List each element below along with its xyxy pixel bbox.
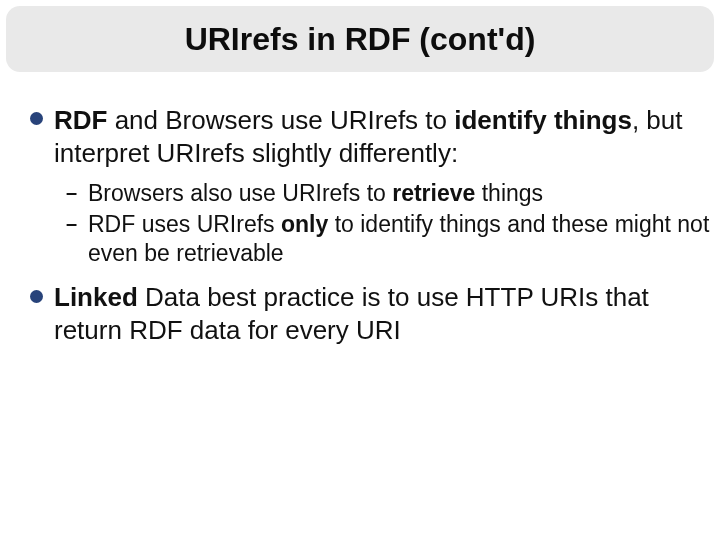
dash-icon: –	[66, 179, 88, 206]
sub-bullet-1-text: Browsers also use URIrefs to retrieve th…	[88, 179, 710, 208]
bullet-1-lead: RDF	[54, 105, 107, 135]
sub-bullet-1-b: retrieve	[392, 180, 475, 206]
sub-bullet-1-c: things	[475, 180, 543, 206]
bullet-2: Linked Data best practice is to use HTTP…	[30, 281, 710, 346]
sub-bullet-2-text: RDF uses URIrefs only to identify things…	[88, 210, 710, 268]
slide-title: URIrefs in RDF (cont'd)	[185, 21, 536, 58]
dash-icon: –	[66, 210, 88, 237]
bullet-1-text: RDF and Browsers use URIrefs to identify…	[54, 105, 683, 168]
title-bar: URIrefs in RDF (cont'd)	[6, 6, 714, 72]
bullet-2-mid: Data best practice is to use HTTP URIs t…	[54, 282, 649, 345]
slide-body: RDF and Browsers use URIrefs to identify…	[30, 96, 710, 356]
bullet-1-mid: and Browsers use URIrefs to	[107, 105, 454, 135]
sub-bullet-2-b: only	[281, 211, 328, 237]
sub-bullet-1-a: Browsers also use URIrefs to	[88, 180, 392, 206]
bullet-2-text: Linked Data best practice is to use HTTP…	[54, 282, 649, 345]
sub-bullets: – Browsers also use URIrefs to retrieve …	[66, 179, 710, 267]
sub-bullet-2: – RDF uses URIrefs only to identify thin…	[66, 210, 710, 268]
bullet-icon	[30, 112, 43, 125]
bullet-1: RDF and Browsers use URIrefs to identify…	[30, 104, 710, 169]
bullet-2-lead: Linked	[54, 282, 138, 312]
sub-bullet-2-a: RDF uses URIrefs	[88, 211, 281, 237]
slide: URIrefs in RDF (cont'd) RDF and Browsers…	[0, 0, 720, 540]
sub-bullet-1: – Browsers also use URIrefs to retrieve …	[66, 179, 710, 208]
bullet-icon	[30, 290, 43, 303]
bullet-1-bold: identify things	[454, 105, 632, 135]
